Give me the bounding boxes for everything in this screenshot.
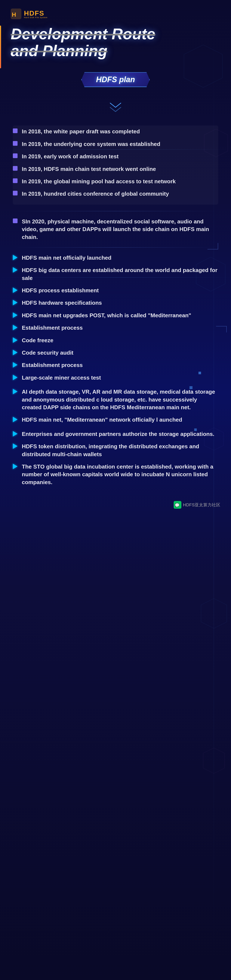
list-item: HDFS token distribution, integrating the… [13, 442, 218, 458]
item-text: In 2019, the global mining pool had acce… [22, 178, 176, 185]
item-text: Code freeze [22, 336, 53, 344]
item-text: In 2019, the underlying core system was … [22, 140, 160, 148]
list-item: The STO global big data incubation cente… [13, 463, 218, 486]
triangle-bullet-icon [13, 417, 18, 422]
header: H HDFS Hard Disk File System Development… [0, 0, 231, 126]
triangle-bullet-icon [13, 300, 18, 305]
item-text: Establishment process [22, 361, 83, 369]
logo-area: H HDFS Hard Disk File System [11, 8, 220, 19]
list-group-2020: SIn 2020, physical machine, decentralize… [13, 218, 218, 241]
item-text: HDFS big data centers are established ar… [22, 266, 218, 282]
item-text: In 2018, the white paper draft was compl… [22, 127, 140, 135]
footer-text: HDFS亚太算力社区 [183, 502, 220, 508]
triangle-bullet-icon [13, 325, 18, 330]
plan-banner: HDFS plan [81, 72, 150, 87]
separator [13, 247, 218, 248]
list-item: HDFS big data centers are established ar… [13, 266, 218, 282]
triangle-bullet-icon [13, 389, 18, 394]
item-text: HDFS process establishment [22, 286, 99, 294]
item-text: SIn 2020, physical machine, decentralize… [22, 218, 218, 241]
square-bullet-icon [13, 141, 18, 146]
plan-banner-text: HDFS plan [96, 75, 135, 84]
triangle-bullet-icon [13, 267, 18, 273]
triangle-bullet-icon [13, 443, 18, 449]
list-item: In 2018, the white paper draft was compl… [13, 127, 218, 135]
svg-marker-5 [203, 748, 225, 773]
triangle-bullet-icon [13, 312, 18, 318]
list-item: In 2019, early work of admission test [13, 153, 218, 160]
footer: 💬 HDFS亚太算力社区 [0, 495, 231, 515]
svg-marker-4 [201, 598, 227, 628]
svg-text:H: H [12, 11, 16, 18]
triangle-bullet-icon [13, 287, 18, 293]
list-item: Establishment process [13, 324, 218, 332]
item-text: Enterprises and government partners auth… [22, 430, 214, 438]
triangle-bullet-icon [13, 464, 18, 469]
triangle-bullet-icon [13, 350, 18, 355]
footer-logo: 💬 HDFS亚太算力社区 [174, 501, 220, 509]
list-item: In 2019, the underlying core system was … [13, 140, 218, 148]
list-group-2018-2019: In 2018, the white paper draft was compl… [13, 126, 218, 204]
content-section: In 2018, the white paper draft was compl… [0, 126, 231, 486]
square-bullet-icon [13, 129, 18, 133]
list-item: In 2019, the global mining pool had acce… [13, 178, 218, 185]
scroll-indicator [11, 102, 220, 113]
logo-text: HDFS [24, 10, 44, 17]
item-text: HDFS token distribution, integrating the… [22, 442, 218, 458]
list-group-triangle: HDFS main net officially launched HDFS b… [13, 254, 218, 486]
square-bullet-icon [13, 218, 18, 223]
hdfs-logo-icon: H [11, 8, 21, 19]
list-item: SIn 2020, physical machine, decentralize… [13, 218, 218, 241]
list-item: HDFS process establishment [13, 286, 218, 294]
list-item: HDFS main net officially launched [13, 254, 218, 262]
wechat-icon: 💬 [174, 501, 181, 509]
list-item: Enterprises and government partners auth… [13, 430, 218, 438]
triangle-bullet-icon [13, 255, 18, 260]
list-item: In 2019, hundred cities conference of gl… [13, 190, 218, 197]
item-text: HDFS main net upgrades POST, which is ca… [22, 312, 191, 319]
item-text: Large-scale miner access test [22, 374, 101, 382]
svg-text:💬: 💬 [175, 503, 180, 508]
item-text: HDFS main net, "Mediterranean" network o… [22, 416, 182, 423]
list-item: Code freeze [13, 336, 218, 344]
list-item: Large-scale miner access test [13, 374, 218, 382]
item-text: In 2019, HDFS main chain test network we… [22, 165, 156, 173]
code-security-audit-text: Code security audit [22, 349, 73, 356]
list-item: HDFS hardware specifications [13, 299, 218, 307]
logo-subtitle: Hard Disk File System [24, 16, 48, 19]
item-text: HDFS hardware specifications [22, 299, 102, 307]
list-item: In 2019, HDFS main chain test network we… [13, 165, 218, 173]
triangle-bullet-icon [13, 362, 18, 368]
list-item: HDFS main net upgrades POST, which is ca… [13, 312, 218, 319]
triangle-bullet-icon [13, 431, 18, 437]
triangle-bullet-icon [13, 375, 18, 380]
main-title: Development Route and Planning [11, 25, 220, 59]
square-bullet-icon [13, 191, 18, 196]
item-text: In 2019, early work of admission test [22, 153, 119, 160]
list-item: HDFS main net, "Mediterranean" network o… [13, 416, 218, 423]
triangle-bullet-icon [13, 337, 18, 343]
item-text: HDFS main net officially launched [22, 254, 111, 262]
square-bullet-icon [13, 178, 18, 183]
chevron-down-icon [109, 102, 122, 113]
item-text: In 2019, hundred cities conference of gl… [22, 190, 169, 197]
list-item-code-security-audit: Code security audit [13, 349, 218, 356]
item-text: The STO global big data incubation cente… [22, 463, 218, 486]
list-item: AI depth data storage, VR, AR and MR dat… [13, 388, 218, 411]
item-text: Establishment process [22, 324, 83, 332]
list-item: Establishment process [13, 361, 218, 369]
square-bullet-icon [13, 166, 18, 171]
square-bullet-icon [13, 153, 18, 158]
item-text: AI depth data storage, VR, AR and MR dat… [22, 388, 218, 411]
